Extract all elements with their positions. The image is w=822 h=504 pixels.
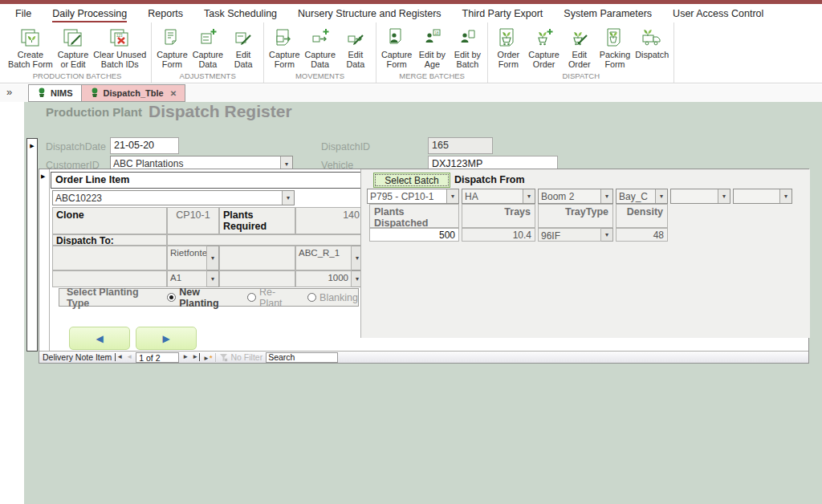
next-record-icon[interactable]: ► [182, 353, 189, 361]
svg-text:123: 123 [116, 34, 123, 38]
chevron-down-icon[interactable]: ▾ [600, 189, 612, 203]
ribbon-group-label: MOVEMENTS [267, 71, 373, 83]
ribbon-button-packing-form[interactable]: PackingForm [597, 24, 633, 69]
dispatch-from-combo-3[interactable]: Bay_C▾ [616, 189, 668, 204]
planting-option-label: Blanking [319, 292, 358, 303]
last-record-icon[interactable]: ► [192, 353, 200, 361]
select-batch-button[interactable]: Select Batch [373, 173, 450, 188]
ribbon-button-capture-form[interactable]: CaptureForm [267, 24, 302, 69]
dispatch-date-label: DispatchDate [46, 141, 106, 152]
ribbon-button-capture-form[interactable]: CaptureForm [154, 24, 189, 69]
ribbon-button-label: Edit byAge [419, 50, 446, 69]
chevron-down-icon[interactable]: ▾ [282, 191, 294, 205]
chevron-down-icon[interactable]: ▾ [523, 189, 535, 203]
destination-combo[interactable]: Rietfontein ▾ [167, 246, 219, 270]
record-selector-bar[interactable]: ▶ [26, 138, 38, 352]
ribbon-button-dispatch[interactable]: Dispatch [633, 24, 671, 59]
ribbon-group-label: MERGE BATCHES [379, 71, 485, 83]
block-combo[interactable]: ABC_R_1 ▾ [295, 246, 364, 270]
ribbon-button-edit-order[interactable]: EditOrder [562, 24, 597, 69]
movement-edit-data-icon [344, 25, 367, 50]
menu-item-label: Task Scheduling [204, 8, 277, 19]
empty-cell [219, 246, 295, 270]
planting-option-blanking[interactable]: Blanking [307, 287, 358, 309]
close-icon[interactable]: ✕ [170, 89, 177, 98]
plants-dispatched-field[interactable]: 500 [369, 228, 459, 242]
chevron-down-icon[interactable]: ▾ [446, 189, 458, 203]
dispatch-from-combo-5[interactable]: ▾ [733, 189, 792, 204]
dispatch-date-field[interactable]: 21-05-20 [110, 137, 179, 154]
density-field: 48 [616, 228, 668, 242]
row-combo[interactable]: A1 ▾ [167, 270, 219, 287]
dispatch-from-combo-1[interactable]: HA▾ [462, 189, 535, 204]
quantity-combo[interactable]: 1000 ▾ [295, 270, 364, 287]
chevron-down-icon[interactable]: ▾ [207, 270, 219, 287]
menu-item-label: System Parameters [564, 8, 652, 19]
menu-item-nursery-structure-and-registers[interactable]: Nursery Structure and Registers [287, 6, 452, 21]
batch-combo[interactable]: P795 - CP10-1 ▾ [367, 189, 459, 204]
ribbon-button-capture-or-edit[interactable]: Captureor Edit [55, 24, 91, 69]
menu-item-file[interactable]: File [5, 6, 42, 21]
record-position-field[interactable]: 1 of 2 [136, 352, 179, 363]
ribbon-button-capture-data[interactable]: CaptureData [190, 24, 226, 69]
ribbon-button-edit-data[interactable]: EditData [338, 24, 373, 69]
menu-item-daily-processing[interactable]: Daily Processing [42, 6, 137, 21]
menu-item-third-party-export[interactable]: Third Party Export [452, 6, 554, 21]
dispatch-from-combo-4[interactable]: ▾ [670, 189, 730, 204]
new-record-icon[interactable]: ►* [203, 352, 212, 363]
chevron-down-icon[interactable]: ▾ [207, 246, 219, 270]
density-label: Density [616, 204, 668, 228]
menu-item-system-parameters[interactable]: System Parameters [553, 6, 662, 21]
chevron-down-icon[interactable]: ▾ [655, 189, 667, 203]
chevron-down-icon[interactable]: ▾ [601, 228, 613, 242]
ribbon-group-adjustments: CaptureFormCaptureDataEditDataADJUSTMENT… [152, 22, 264, 83]
ribbon-button-capture-form[interactable]: CaptureForm [379, 24, 414, 69]
movement-form-icon [273, 25, 295, 50]
chevron-down-icon[interactable]: ▾ [779, 189, 791, 203]
nav-pane-shutter-icon[interactable]: » [6, 86, 12, 98]
first-record-icon[interactable]: ◄ [115, 353, 123, 361]
ribbon-button-label: OrderForm [498, 50, 520, 69]
ribbon-group-dispatch: OrderFormCaptureOrderEditOrderPackingFor… [488, 22, 674, 83]
ribbon-button-clear-unused-batch-ids[interactable]: 123Clear UnusedBatch IDs [91, 24, 149, 69]
search-input[interactable] [266, 352, 338, 363]
previous-record-icon[interactable]: ◄ [126, 353, 132, 361]
clone-label: Clone [52, 207, 167, 234]
no-filter-button[interactable]: No Filter [219, 352, 262, 362]
radio-icon[interactable] [247, 293, 256, 302]
previous-record-button[interactable]: ◀ [69, 327, 130, 350]
tab-dispatch-tble[interactable]: Dispatch_Tble✕ [81, 84, 186, 102]
order-line-item-combo[interactable]: ABC10223 ▾ [52, 190, 295, 205]
planting-option-re-plant[interactable]: Re-Plant [247, 287, 290, 309]
ribbon-button-label: CaptureData [305, 50, 336, 69]
dispatch-from-combo-2[interactable]: Boom 2▾ [538, 189, 613, 204]
capture-order-icon [533, 25, 555, 50]
ribbon-button-capture-order[interactable]: CaptureOrder [526, 24, 561, 69]
menu-item-reports[interactable]: Reports [137, 6, 193, 21]
ribbon-button-edit-by-age[interactable]: 18Edit byAge [414, 24, 450, 69]
tray-type-combo[interactable]: 96IF ▾ [538, 228, 613, 242]
ribbon-button-create-batch-form[interactable]: CreateBatch Form [6, 24, 55, 69]
radio-icon[interactable] [307, 293, 316, 302]
pencil-pages-icon [62, 25, 84, 50]
planting-option-new-planting[interactable]: New Planting [167, 287, 230, 309]
planting-option-label: New Planting [179, 287, 230, 309]
dispatch-from-combo-value: HA [462, 189, 523, 203]
chevron-down-icon[interactable]: ▾ [718, 189, 730, 203]
ribbon-button-capture-data[interactable]: CaptureData [303, 24, 338, 69]
ribbon-button-order-form[interactable]: OrderForm [490, 24, 526, 69]
menu-item-task-scheduling[interactable]: Task Scheduling [193, 6, 287, 21]
tab-nims[interactable]: NIMS [28, 84, 82, 102]
dispatch-from-label: Dispatch From [454, 174, 525, 185]
subform-record-selector[interactable]: ▶ [39, 169, 50, 352]
ribbon-button-edit-by-batch[interactable]: Edit byBatch [450, 24, 485, 69]
object-tab-strip: » NIMSDispatch_Tble✕ [0, 84, 822, 102]
ribbon-button-edit-data[interactable]: EditData [226, 24, 261, 69]
batch-detail-panel: Select Batch Dispatch From P795 - CP10-1… [360, 169, 810, 338]
next-record-button[interactable]: ▶ [136, 327, 197, 350]
planting-type-label: Select Planting Type [67, 287, 154, 309]
radio-selected-icon[interactable] [167, 293, 176, 302]
tray-type-value: 96IF [538, 228, 601, 242]
ribbon: CreateBatch FormCaptureor Edit123Clear U… [0, 22, 822, 83]
menu-item-user-access-control[interactable]: User Access Control [662, 6, 774, 21]
